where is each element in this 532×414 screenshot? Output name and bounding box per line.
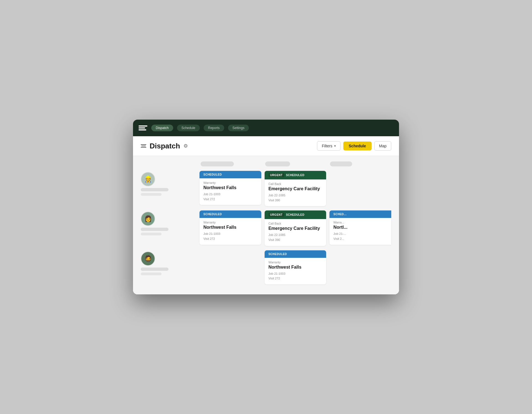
- tech-info-2: 👩: [141, 210, 196, 235]
- tech-sub-placeholder-3: [141, 272, 162, 275]
- job-name-2-2: Emergency Care Facility: [268, 226, 323, 231]
- job-type-2-3: Warra...: [333, 221, 387, 224]
- avatar-2: 👩: [141, 212, 155, 226]
- avatar-1: 👷: [141, 172, 155, 186]
- job-type-3-2: Warranty: [268, 261, 323, 264]
- job-name-1-2: Emergency Care Facility: [268, 186, 323, 191]
- job-card-body-1-1: Warranty Northwest Falls Job 21-1003Visi…: [200, 178, 261, 205]
- tech-info-3: 🧔: [141, 250, 196, 275]
- chevron-down-icon: ▾: [334, 144, 336, 148]
- schedule-button[interactable]: Schedule: [343, 142, 372, 150]
- job-card-2-2[interactable]: URGENT SCHEDULED Call Back Emergency Car…: [265, 210, 326, 246]
- job-status-header-2-3: SCHED...: [329, 210, 391, 218]
- column-headers: [141, 161, 391, 166]
- top-bar: Dispatch Schedule Reports Settings: [133, 120, 399, 136]
- urgent-badge-1-2: URGENT: [268, 173, 284, 177]
- header-left: Dispatch ⚙: [141, 142, 188, 150]
- tech-name-placeholder-3: [141, 268, 168, 271]
- tab-reports[interactable]: Reports: [204, 125, 224, 131]
- job-name-3-2: Northwest Falls: [268, 265, 323, 270]
- job-card-body-2-3: Warra... Nortl... Job 21-...Visit 2...: [329, 218, 391, 245]
- tech-col-placeholder: [142, 161, 197, 166]
- header-right: Filters ▾ Schedule Map: [317, 141, 391, 151]
- status-badge-1-1: SCHEDULED: [203, 173, 222, 176]
- job-meta-2-3: Job 21-...Visit 2...: [333, 232, 387, 241]
- job-card-2-1[interactable]: SCHEDULED Warranty Northwest Falls Job 2…: [200, 210, 261, 245]
- job-status-header-3-2: SCHEDULED: [265, 250, 326, 258]
- date-header-2: [265, 161, 290, 166]
- col-header-3: [330, 161, 391, 166]
- status-badge-2-3: SCHED...: [333, 213, 346, 216]
- map-button[interactable]: Map: [374, 141, 391, 151]
- job-card-3-2[interactable]: SCHEDULED Warranty Northwest Falls Job 2…: [265, 250, 326, 284]
- job-type-2-1: Warranty: [203, 221, 257, 224]
- job-meta-2-1: Job 21-1003Visit 272: [203, 232, 257, 241]
- tech-sub-placeholder-2: [141, 233, 162, 235]
- tech-row: 👷 SCHEDULED Warranty Northwest Falls Job…: [141, 171, 391, 206]
- page-title: Dispatch: [150, 142, 180, 150]
- tech-name-placeholder-2: [141, 228, 168, 231]
- settings-icon[interactable]: ⚙: [183, 143, 188, 149]
- status-badge-2-1: SCHEDULED: [203, 213, 222, 216]
- job-name-2-3: Nortl...: [333, 225, 387, 230]
- job-card-body-2-1: Warranty Northwest Falls Job 21-1003Visi…: [200, 218, 261, 245]
- job-meta-1-1: Job 21-1003Visit 272: [203, 192, 257, 202]
- tech-row-2: 👩 SCHEDULED Warranty Northwest Falls Job…: [141, 210, 391, 246]
- filters-label: Filters: [322, 144, 332, 148]
- avatar-3: 🧔: [141, 251, 155, 266]
- job-meta-2-2: Job 22-1085Visit 390: [268, 233, 323, 242]
- job-meta-1-2: Job 22-1085Visit 390: [268, 193, 323, 203]
- browser-window: Dispatch Schedule Reports Settings Dispa…: [133, 120, 399, 294]
- tech-info-1: 👷: [141, 171, 196, 196]
- job-status-header-1-1: SCHEDULED: [200, 171, 261, 178]
- urgent-badge-2-2: URGENT: [268, 213, 284, 217]
- job-card-body-2-2: Call Back Emergency Care Facility Job 22…: [265, 219, 326, 246]
- filters-button[interactable]: Filters ▾: [317, 141, 340, 151]
- job-card-1-2[interactable]: URGENT SCHEDULED Call Back Emergency Car…: [265, 171, 326, 206]
- job-status-header-2-2: URGENT SCHEDULED: [265, 210, 326, 219]
- job-name-1-1: Northwest Falls: [203, 185, 257, 190]
- job-status-header-1-2: URGENT SCHEDULED: [265, 171, 326, 179]
- app-logo: [139, 124, 147, 132]
- status-badge-1-2: SCHEDULED: [286, 174, 305, 177]
- job-meta-3-2: Job 21-1003Visit 272: [268, 271, 323, 281]
- status-badge-2-2: SCHEDULED: [286, 213, 305, 216]
- header-bar: Dispatch ⚙ Filters ▾ Schedule Map: [133, 136, 399, 156]
- job-card-2-3-partial[interactable]: SCHED... Warra... Nortl... Job 21-...Vis…: [329, 210, 391, 245]
- job-card-body-3-2: Warranty Northwest Falls Job 21-1003Visi…: [265, 258, 326, 284]
- job-type-2-2: Call Back: [268, 222, 323, 225]
- date-header-3: [330, 161, 352, 166]
- filter-lines-icon[interactable]: [141, 144, 146, 148]
- tech-row-3: 🧔 SCHEDULED Warranty Northwest Falls: [141, 250, 391, 284]
- tab-schedule[interactable]: Schedule: [177, 125, 200, 131]
- tech-name-placeholder-1: [141, 188, 168, 191]
- job-type-1-1: Warranty: [203, 181, 257, 184]
- status-badge-3-2: SCHEDULED: [268, 253, 287, 256]
- job-card-body-1-2: Call Back Emergency Care Facility Job 22…: [265, 179, 326, 206]
- col-header-1: [201, 161, 262, 166]
- job-name-2-1: Northwest Falls: [203, 225, 257, 230]
- tech-sub-placeholder-1: [141, 193, 162, 196]
- main-content: Dispatch ⚙ Filters ▾ Schedule Map: [133, 136, 399, 294]
- job-card-1-1[interactable]: SCHEDULED Warranty Northwest Falls Job 2…: [200, 171, 261, 205]
- job-status-header-2-1: SCHEDULED: [200, 210, 261, 218]
- dispatch-body: 👷 SCHEDULED Warranty Northwest Falls Job…: [133, 156, 399, 294]
- tab-dispatch[interactable]: Dispatch: [151, 125, 173, 131]
- date-header-1: [201, 161, 234, 166]
- col-header-2: [265, 161, 326, 166]
- job-type-1-2: Call Back: [268, 182, 323, 186]
- tab-settings[interactable]: Settings: [228, 125, 249, 131]
